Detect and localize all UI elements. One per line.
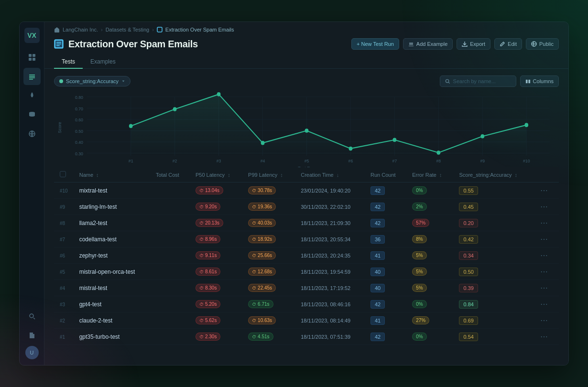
col-total-cost: Total Cost <box>150 167 190 183</box>
sidebar-icon-search[interactable] <box>23 308 41 325</box>
row-checkbox-cell: #7 <box>54 231 74 247</box>
svg-text:#9: #9 <box>480 158 485 163</box>
row-error-rate: 0% <box>406 296 453 312</box>
row-number: #1 <box>60 334 65 340</box>
error-sort-icon[interactable]: ↕ <box>439 172 442 178</box>
table-row: #5 mistral-open-orca-test ⏱ 8.61s ⏱ 12.6… <box>54 264 559 280</box>
sidebar-icon-database[interactable] <box>23 106 41 123</box>
p99-sort-icon[interactable]: ↕ <box>280 172 283 178</box>
error-badge: 57% <box>412 219 429 227</box>
sidebar: VX U <box>20 22 44 365</box>
chart-section: Score_string:Accuracy Search by name... … <box>44 69 568 167</box>
row-run-count: 42 <box>365 199 406 215</box>
new-test-run-label: + New Test Run <box>357 41 394 47</box>
row-p50: ⏱ 20.13s <box>190 215 242 231</box>
new-test-run-button[interactable]: + New Test Run <box>351 38 399 50</box>
tab-tests[interactable]: Tests <box>54 55 83 69</box>
run-count-badge: 41 <box>370 251 385 260</box>
row-menu-button[interactable]: ⋯ <box>538 267 550 277</box>
p99-badge: ⏱ 12.68s <box>248 268 276 276</box>
table-header: Name ↕ Total Cost P50 Latency ↕ P99 Late… <box>54 167 559 183</box>
edit-button[interactable]: Edit <box>494 38 522 50</box>
creation-sort-icon[interactable]: ↓ <box>337 172 339 178</box>
search-box[interactable]: Search by name... <box>440 75 516 87</box>
score-sort-icon[interactable]: ↕ <box>515 172 518 178</box>
sidebar-icon-document[interactable] <box>23 327 41 344</box>
svg-text:#10: #10 <box>523 158 530 163</box>
row-total-cost <box>150 280 190 296</box>
row-name: zephyr-test <box>74 247 150 264</box>
svg-rect-12 <box>526 79 528 83</box>
row-creation-time: 18/11/2023, 07:51:39 <box>295 329 365 345</box>
svg-point-47 <box>129 124 133 129</box>
row-number: #7 <box>60 237 65 242</box>
edit-icon <box>500 41 505 47</box>
row-name: codellama-test <box>74 231 150 247</box>
edit-label: Edit <box>508 41 517 47</box>
svg-point-6 <box>30 314 33 318</box>
header-checkbox[interactable] <box>60 171 66 177</box>
results-table: Name ↕ Total Cost P50 Latency ↕ P99 Late… <box>54 167 559 345</box>
add-example-label: Add Example <box>416 41 447 47</box>
p99-badge: ⏱ 4.51s <box>248 333 273 341</box>
row-menu-button[interactable]: ⋯ <box>538 283 550 293</box>
name-sort-icon[interactable]: ↕ <box>96 172 99 178</box>
row-run-count: 36 <box>365 231 406 247</box>
row-p99: ⏱ 4.51s <box>242 329 295 345</box>
col-name: Name ↕ <box>74 167 150 183</box>
score-filter-pill[interactable]: Score_string:Accuracy <box>54 76 131 86</box>
sidebar-icon-datasets[interactable] <box>23 68 41 85</box>
export-button[interactable]: Export <box>457 38 490 50</box>
row-menu-button[interactable]: ⋯ <box>538 315 550 325</box>
sidebar-icon-globe[interactable] <box>23 125 41 142</box>
row-menu-button[interactable]: ⋯ <box>538 185 550 195</box>
col-error: Error Rate ↕ <box>406 167 453 183</box>
row-menu-cell: ⋯ <box>533 312 559 329</box>
columns-icon <box>525 79 531 84</box>
table-row: #1 gpt35-turbo-test ⏱ 2.30s ⏱ 4.51s 18/1… <box>54 329 559 345</box>
row-checkbox-cell: #1 <box>54 329 74 345</box>
app-logo[interactable]: VX <box>24 28 40 43</box>
clock-icon2: ⏱ <box>252 334 256 339</box>
clock-icon: ⏱ <box>199 253 204 258</box>
row-menu-button[interactable]: ⋯ <box>538 234 550 244</box>
row-error-rate: 5% <box>406 280 453 296</box>
svg-text:0.30: 0.30 <box>75 151 83 156</box>
table-row: #8 llama2-test ⏱ 20.13s ⏱ 40.03s 18/11/2… <box>54 215 559 231</box>
row-p50: ⏱ 9.20s <box>190 199 242 215</box>
row-menu-button[interactable]: ⋯ <box>538 250 550 260</box>
p50-badge: ⏱ 13.04s <box>196 186 223 194</box>
row-number: #9 <box>60 204 65 210</box>
clock-icon2: ⏱ <box>252 286 256 290</box>
row-menu-button[interactable]: ⋯ <box>538 332 550 342</box>
score-value: 0.54 <box>459 333 478 341</box>
p50-badge: ⏱ 20.13s <box>196 219 223 227</box>
error-badge: 0% <box>412 333 426 341</box>
col-p99: P99 Latency ↕ <box>242 167 295 183</box>
tab-examples[interactable]: Examples <box>83 55 123 69</box>
public-button[interactable]: Public <box>526 38 559 50</box>
row-menu-cell: ⋯ <box>533 231 559 247</box>
row-menu-cell: ⋯ <box>533 247 559 264</box>
sidebar-icon-rocket[interactable] <box>23 87 41 104</box>
row-name: gpt35-turbo-test <box>74 329 150 345</box>
table-row: #3 gpt4-test ⏱ 5.20s ⏱ 6.71s 18/11/2023,… <box>54 296 559 312</box>
p50-sort-icon[interactable]: ↕ <box>228 172 230 178</box>
svg-point-55 <box>480 134 484 139</box>
col-checkbox <box>54 167 74 183</box>
row-p50: ⏱ 8.96s <box>190 231 242 247</box>
row-score: 0.39 <box>453 280 533 296</box>
row-menu-button[interactable]: ⋯ <box>538 202 550 212</box>
columns-button[interactable]: Columns <box>520 75 559 87</box>
avatar[interactable]: U <box>25 346 39 359</box>
row-run-count: 42 <box>365 215 406 231</box>
sidebar-icon-grid[interactable] <box>23 49 41 66</box>
row-run-count: 41 <box>365 312 406 329</box>
row-total-cost <box>150 264 190 280</box>
row-error-rate: 2% <box>406 199 453 215</box>
clock-icon2: ⏱ <box>252 221 256 226</box>
row-menu-button[interactable]: ⋯ <box>538 299 550 309</box>
row-menu-button[interactable]: ⋯ <box>538 218 550 228</box>
row-name: gpt4-test <box>74 296 150 312</box>
add-example-button[interactable]: Add Example <box>403 38 453 50</box>
